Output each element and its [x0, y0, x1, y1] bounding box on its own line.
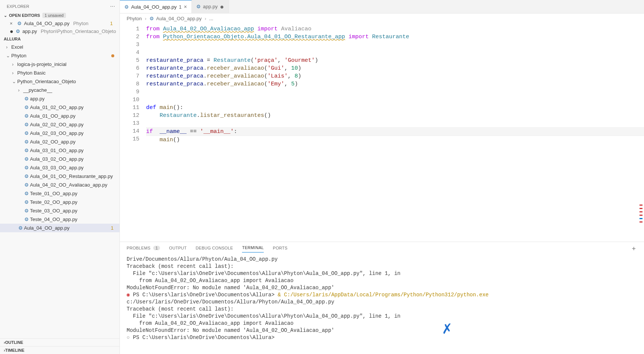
- line-number: 12: [120, 112, 139, 119]
- tree-row[interactable]: ⚙Aula_03_02_OO_app.py: [0, 155, 120, 163]
- python-file-icon: ⚙: [17, 21, 22, 26]
- tree-row[interactable]: ›__pycache__: [0, 86, 120, 94]
- tree-row[interactable]: ⚙Teste_01_OO_app.py: [0, 189, 120, 198]
- tab-problems[interactable]: PROBLEMS 1: [127, 246, 160, 252]
- tree-row[interactable]: ⚙Aula_02_OO_app.py: [0, 137, 120, 146]
- chevron-right-icon: ›: [18, 87, 23, 93]
- python-file-icon: ⚙: [23, 217, 30, 222]
- tree-item-label: __pycache__: [23, 87, 52, 93]
- tree-row[interactable]: ⚙Aula_03_03_OO_app.py: [0, 163, 120, 172]
- open-editor-item[interactable]: × ⚙ Aula_04_OO_app.py Phyton 1: [0, 19, 120, 27]
- python-file-icon: ⚙: [23, 182, 30, 188]
- chevron-right-icon: ›: [145, 16, 146, 21]
- tree-item-label: Aula_01_OO_app.py: [30, 113, 75, 119]
- unsaved-badge: 1 unsaved: [42, 13, 66, 18]
- tree-row[interactable]: ⚙Teste_04_OO_app.py: [0, 215, 120, 224]
- tree-row[interactable]: ⚙Aula_02_03_OO_app.py: [0, 129, 120, 137]
- tree-item-label: Aula_01_02_OO_app.py: [30, 105, 84, 110]
- tab-debug-console[interactable]: DEBUG CONSOLE: [196, 246, 233, 252]
- tree-row[interactable]: ⚙Aula_04_OO_app.py1: [0, 224, 120, 232]
- tab-ports[interactable]: PORTS: [273, 246, 287, 252]
- tree-row[interactable]: ⚙Aula_04_01_OO_Restaurante_app.py: [0, 172, 120, 181]
- line-number: 10: [120, 96, 139, 104]
- file-tree: ›Excel⌄Phyton›logica-js-projeto_inicial›…: [0, 43, 120, 338]
- tree-row[interactable]: ›logica-js-projeto_inicial: [0, 60, 120, 69]
- tree-item-label: app.py: [30, 96, 45, 102]
- open-editor-item[interactable]: ● ⚙ app.py Phyton\Python_Orientacao_Obje…: [0, 27, 120, 35]
- term-line: from Aula_04_02_OO_Avaliacao_app import …: [127, 320, 637, 327]
- problem-count: 1: [111, 225, 117, 231]
- tree-item-label: Teste_03_OO_app.py: [30, 208, 77, 214]
- file-dir: Phyton: [73, 21, 88, 26]
- tree-row[interactable]: ⚙Aula_01_02_OO_app.py: [0, 103, 120, 112]
- tree-row[interactable]: ⌄Phyton: [0, 51, 120, 60]
- term-line: Traceback (most recent call last):: [127, 263, 637, 270]
- tab-terminal[interactable]: TERMINAL: [242, 245, 264, 252]
- editor-tab[interactable]: ⚙app.py●: [192, 0, 229, 13]
- tree-item-label: Excel: [11, 44, 23, 50]
- more-actions-icon[interactable]: ···: [110, 3, 115, 10]
- chevron-right-icon: ›: [12, 61, 17, 67]
- python-file-icon: ⚙: [17, 225, 24, 231]
- code-content[interactable]: from Aula_04_02_OO_Avaliacao_app import …: [146, 24, 644, 242]
- line-number: 11: [120, 104, 139, 112]
- term-line: File "c:\Users\laris\OneDrive\Documentos…: [127, 270, 637, 277]
- chevron-down-icon: ⌄: [4, 13, 9, 18]
- new-terminal-icon[interactable]: +: [632, 245, 637, 253]
- term-line: from Aula_04_02_OO_Avaliacao_app import …: [127, 277, 637, 284]
- term-line: File "c:\Users\laris\OneDrive\Documentos…: [127, 313, 637, 320]
- tree-row[interactable]: ⚙Aula_02_02_OO_app.py: [0, 120, 120, 129]
- tree-row[interactable]: ⌄Python_Orientacao_Objeto: [0, 77, 120, 86]
- workspace-label: ALLURA: [4, 37, 21, 41]
- python-file-icon: ⚙: [23, 130, 30, 136]
- python-file-icon: ⚙: [124, 4, 129, 10]
- tree-item-label: Aula_04_02_OO_Avaliacao_app.py: [30, 182, 107, 188]
- term-line: ○ PS C:\Users\laris\OneDrive\Documentos\…: [127, 334, 637, 341]
- tree-item-label: Python_Orientacao_Objeto: [17, 79, 76, 84]
- tree-row[interactable]: ⚙app.py: [0, 94, 120, 103]
- python-file-icon: ⚙: [149, 16, 154, 21]
- line-number: 3: [120, 41, 139, 49]
- breadcrumb-seg[interactable]: Aula_04_OO_app.py: [156, 16, 202, 21]
- editor-tab[interactable]: ⚙Aula_04_OO_app.py1×: [120, 0, 192, 13]
- tree-item-label: Aula_02_02_OO_app.py: [30, 122, 84, 127]
- tree-item-label: Phyton Basic: [17, 70, 46, 76]
- tree-item-label: Aula_02_03_OO_app.py: [30, 130, 84, 136]
- open-editors-header[interactable]: ⌄ OPEN EDITORS 1 unsaved: [0, 11, 120, 19]
- modified-indicator-icon: [111, 54, 114, 57]
- code-editor[interactable]: 123456789101112131415 from Aula_04_02_OO…: [120, 24, 644, 242]
- line-number: 4: [120, 49, 139, 57]
- breadcrumb-seg[interactable]: Phyton: [127, 16, 142, 21]
- term-line: ◉ PS C:\Users\laris\OneDrive\Documentos\…: [127, 291, 637, 306]
- tree-row[interactable]: ⚙Teste_03_OO_app.py: [0, 206, 120, 215]
- close-icon[interactable]: ×: [10, 21, 15, 26]
- tree-row[interactable]: ⚙Aula_01_OO_app.py: [0, 112, 120, 120]
- problems-count: 1: [153, 246, 160, 250]
- timeline-header[interactable]: › TIMELINE: [0, 346, 120, 354]
- tree-row[interactable]: ⚙Aula_04_02_OO_Avaliacao_app.py: [0, 181, 120, 189]
- panel-tabs: PROBLEMS 1 OUTPUT DEBUG CONSOLE TERMINAL…: [120, 242, 644, 253]
- term-line: Traceback (most recent call last):: [127, 306, 637, 313]
- python-file-icon: ⚙: [23, 199, 30, 205]
- tree-row[interactable]: ›Phyton Basic: [0, 69, 120, 77]
- tab-output[interactable]: OUTPUT: [169, 246, 187, 252]
- tree-row[interactable]: ⚙Teste_02_OO_app.py: [0, 198, 120, 206]
- outline-header[interactable]: › OUTLINE: [0, 338, 120, 346]
- tree-row[interactable]: ⚙Aula_03_01_OO_app.py: [0, 146, 120, 155]
- workspace-header[interactable]: ALLURA: [0, 35, 120, 43]
- python-file-icon: ⚙: [196, 4, 201, 9]
- python-file-icon: ⚙: [23, 208, 30, 214]
- close-icon[interactable]: ×: [184, 4, 187, 10]
- tree-item-label: Phyton: [11, 53, 26, 58]
- line-number: 15: [120, 135, 139, 143]
- line-number: 5: [120, 57, 139, 64]
- breadcrumb[interactable]: Phyton › ⚙ Aula_04_OO_app.py › ...: [120, 13, 644, 24]
- chevron-right-icon: ›: [205, 16, 206, 21]
- dirty-indicator-icon[interactable]: ●: [10, 30, 13, 33]
- line-number: 8: [120, 80, 139, 88]
- tree-row[interactable]: ›Excel: [0, 43, 120, 51]
- breadcrumb-seg[interactable]: ...: [209, 16, 214, 21]
- python-file-icon: ⚙: [23, 156, 30, 162]
- terminal-output[interactable]: Drive/Documentos/Allura/Phyton/Aula_04_O…: [120, 253, 644, 354]
- dirty-indicator-icon[interactable]: ●: [220, 5, 224, 9]
